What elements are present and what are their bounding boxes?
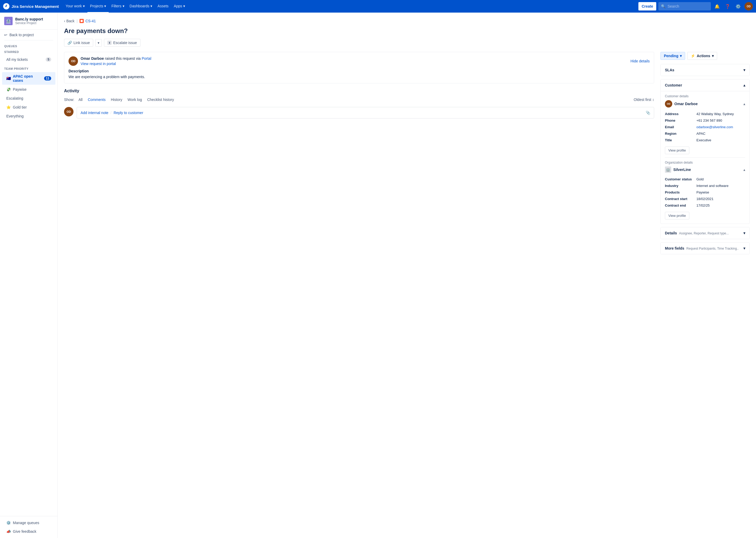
org-expand-icon[interactable]: ▴ [743, 168, 745, 172]
queues-label: Queues [0, 40, 57, 49]
portal-link[interactable]: Portal [142, 56, 152, 61]
chevron-down-icon: ▾ [104, 4, 106, 8]
description-label: Description [69, 69, 650, 73]
comment-input-box[interactable]: Add internal note / Reply to customer 📎 [77, 107, 654, 119]
status-button[interactable]: Pending ▾ [661, 52, 685, 60]
org-icon: 🏢 [665, 167, 671, 173]
gear-icon: ⚙️ [6, 521, 11, 525]
sidebar-item-paywise[interactable]: 💸 Paywise [2, 85, 55, 94]
search-bar[interactable]: 🔍 Search [659, 2, 711, 11]
back-to-project[interactable]: ↩ Back to project [0, 29, 57, 40]
starred-label: STARRED [0, 49, 57, 55]
create-button[interactable]: Create [638, 2, 656, 11]
feedback-icon: 📣 [6, 529, 11, 534]
escalate-icon: ⬆ [107, 41, 111, 45]
action-bar: 🔗 Link issue ▾ ⬆ Escalate issue [64, 39, 750, 47]
customer-detail-email: Email odarboe@silverline.com [665, 124, 745, 130]
details-header[interactable]: Details Assignee, Reporter, Request type… [661, 227, 749, 239]
filter-all[interactable]: All [78, 96, 84, 103]
chevron-down-icon: ▾ [712, 54, 714, 58]
issue-id[interactable]: CS-41 [85, 19, 96, 23]
org-detail-products: Products Paywise [665, 189, 745, 195]
manage-queues[interactable]: ⚙️ Manage queues [2, 518, 55, 527]
customer-panel: Customer ▴ Customer details OD Omar Darb… [661, 79, 750, 224]
user-avatar[interactable]: OD [744, 2, 753, 11]
nav-dashboards[interactable]: Dashboards ▾ [127, 0, 155, 13]
sort-button[interactable]: Oldest first ↕ [634, 97, 654, 102]
link-issue-dropdown[interactable]: ▾ [95, 39, 102, 47]
org-detail-contract-start: Contract start 18/02/2021 [665, 195, 745, 202]
chevron-up-icon: ▴ [743, 83, 745, 87]
back-arrow-icon: ‹ [64, 19, 65, 23]
more-fields-sub: Request Participants, Time Tracking.. [686, 247, 739, 250]
give-feedback[interactable]: 📣 Give feedback [2, 527, 55, 536]
slas-panel: SLAs ▾ [661, 64, 750, 76]
topnav: Jira Service Management Your work ▾ Proj… [0, 0, 756, 13]
sidebar-item-apac[interactable]: 🇦🇺 APAC open cases 11 [2, 72, 55, 85]
filter-history[interactable]: History [110, 96, 123, 103]
settings-icon[interactable]: ⚙️ [734, 2, 742, 11]
project-name: Banc.ly support [15, 17, 43, 21]
customer-header[interactable]: Customer ▴ [661, 80, 749, 91]
description-text: We are experiencing a problem with payme… [69, 75, 650, 79]
help-icon[interactable]: ❓ [724, 2, 732, 11]
chevron-down-icon: ▾ [743, 231, 745, 235]
topnav-nav: Your work ▾ Projects ▾ Filters ▾ Dashboa… [63, 0, 188, 13]
svg-rect-0 [81, 20, 83, 22]
actions-button[interactable]: ⚡ Actions ▾ [687, 52, 717, 60]
breadcrumb: ‹ Back | CS-41 [64, 19, 750, 23]
slas-header[interactable]: SLAs ▾ [661, 64, 749, 76]
project-icon: 🏦 [4, 17, 13, 25]
app-logo[interactable]: Jira Service Management [3, 3, 59, 9]
sidebar: 🏦 Banc.ly support Service Project ↩ Back… [0, 13, 58, 538]
notifications-icon[interactable]: 🔔 [713, 2, 722, 11]
details-panel: Details Assignee, Reporter, Request type… [661, 227, 750, 239]
show-label: Show: [64, 97, 74, 102]
customer-detail-region: Region APAC [665, 130, 745, 137]
view-profile-button-customer[interactable]: View profile [665, 146, 689, 154]
project-type: Service Project [15, 21, 43, 25]
requester-box: OD Omar Darboe raised this request via P… [64, 52, 654, 83]
comment-avatar: OD [64, 107, 74, 116]
chevron-down-icon: ▾ [151, 4, 152, 8]
activity-section: Activity Show: All Comments History Work… [64, 89, 654, 119]
sidebar-item-escalating[interactable]: Escalating [2, 94, 55, 102]
view-profile-button-org[interactable]: View profile [665, 212, 689, 219]
org-detail-status: Customer status Gold [665, 176, 745, 183]
comment-area: OD Add internal note / Reply to customer… [64, 107, 654, 119]
nav-apps[interactable]: Apps ▾ [171, 0, 188, 13]
back-button[interactable]: ‹ Back [64, 19, 75, 23]
filter-checklist[interactable]: Checklist history [146, 96, 175, 103]
issue-tag: CS-41 [80, 19, 96, 23]
sidebar-item-all-tickets[interactable]: All my tickets 5 [2, 55, 55, 64]
customer-expand-icon[interactable]: ▴ [743, 102, 745, 106]
requester-avatar: OD [69, 56, 78, 66]
escalate-button[interactable]: ⬆ Escalate issue [104, 39, 140, 47]
nav-projects[interactable]: Projects ▾ [88, 0, 109, 13]
more-fields-panel: More fields Request Participants, Time T… [661, 242, 750, 254]
customer-detail-address: Address 42 Wallaby Way, Sydney [665, 111, 745, 117]
filter-worklog[interactable]: Work log [127, 96, 143, 103]
sidebar-item-everything[interactable]: Everything [2, 112, 55, 120]
nav-filters[interactable]: Filters ▾ [109, 0, 127, 13]
details-sub: Assignee, Reporter, Request type... [679, 232, 729, 235]
issue-type-icon [80, 19, 84, 23]
customer-name: Omar Darboe [674, 102, 698, 106]
sidebar-item-gold-tier[interactable]: ⭐ Gold tier [2, 103, 55, 111]
org-detail-industry: Industry Internet and software [665, 183, 745, 189]
more-fields-header[interactable]: More fields Request Participants, Time T… [661, 242, 749, 254]
link-icon: 🔗 [67, 41, 72, 45]
chevron-down-icon: ▾ [83, 4, 85, 8]
hide-details-button[interactable]: Hide details [631, 59, 650, 63]
apac-badge: 11 [44, 76, 51, 81]
filter-comments[interactable]: Comments [87, 96, 106, 103]
customer-detail-title: Title Executive [665, 137, 745, 143]
add-note-link[interactable]: Add internal note [81, 111, 108, 115]
nav-your-work[interactable]: Your work ▾ [63, 0, 88, 13]
attachment-icon[interactable]: 📎 [646, 111, 650, 115]
nav-assets[interactable]: Assets [155, 0, 171, 13]
view-request-link[interactable]: View request in portal [81, 62, 116, 66]
link-issue-button[interactable]: 🔗 Link issue [64, 39, 93, 47]
org-divider [665, 157, 745, 158]
reply-link[interactable]: Reply to customer [114, 111, 143, 115]
